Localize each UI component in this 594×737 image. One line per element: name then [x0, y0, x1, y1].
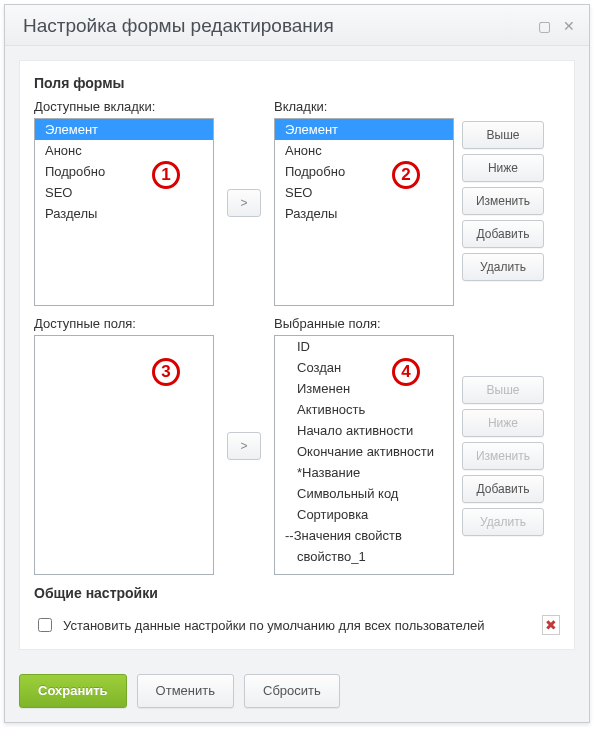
- tabs-label: Вкладки:: [274, 99, 454, 114]
- tab-down-button[interactable]: Ниже: [462, 154, 544, 182]
- titlebar: Настройка формы редактирования ▢ ✕: [5, 5, 589, 46]
- list-item[interactable]: Анонс: [275, 140, 453, 161]
- general-section: Общие настройки Установить данные настро…: [34, 585, 560, 639]
- available-tabs-list[interactable]: ЭлементАнонсПодробноSEOРазделы: [34, 118, 214, 306]
- list-item[interactable]: Анонс: [35, 140, 213, 161]
- tabs-row: Доступные вкладки: ЭлементАнонсПодробноS…: [34, 99, 560, 306]
- selected-fields-list[interactable]: IDСозданИзмененАктивностьНачало активнос…: [274, 335, 454, 575]
- available-fields-col: Доступные поля: 3: [34, 316, 214, 575]
- section-form-fields: Поля формы: [34, 75, 560, 91]
- list-item[interactable]: Элемент: [35, 119, 213, 140]
- list-item[interactable]: Символьный код: [275, 483, 453, 504]
- tabs-list[interactable]: ЭлементАнонсПодробноSEOРазделы: [274, 118, 454, 306]
- selected-fields-label: Выбранные поля:: [274, 316, 454, 331]
- tab-add-button[interactable]: Добавить: [462, 220, 544, 248]
- list-item[interactable]: Элемент: [275, 119, 453, 140]
- selected-fields-col: Выбранные поля: IDСозданИзмененАктивност…: [274, 316, 454, 575]
- tabs-arrow-col: >: [214, 99, 274, 306]
- list-item[interactable]: Изменен: [275, 378, 453, 399]
- dialog-window: Настройка формы редактирования ▢ ✕ Поля …: [4, 4, 590, 723]
- available-tabs-col: Доступные вкладки: ЭлементАнонсПодробноS…: [34, 99, 214, 306]
- list-item[interactable]: Начало активности: [275, 420, 453, 441]
- tab-edit-button[interactable]: Изменить: [462, 187, 544, 215]
- list-item[interactable]: Создан: [275, 357, 453, 378]
- list-item[interactable]: ID: [275, 336, 453, 357]
- titlebar-controls: ▢ ✕: [538, 18, 575, 34]
- available-fields-label: Доступные поля:: [34, 316, 214, 331]
- dialog-footer: Сохранить Отменить Сбросить: [5, 664, 589, 722]
- fields-arrow-col: >: [214, 316, 274, 575]
- list-item[interactable]: Сортировка: [275, 504, 453, 525]
- list-item[interactable]: *Название: [275, 462, 453, 483]
- list-item[interactable]: Активность: [275, 399, 453, 420]
- field-add-button[interactable]: Добавить: [462, 475, 544, 503]
- maximize-icon[interactable]: ▢: [538, 18, 551, 34]
- list-item[interactable]: SEO: [275, 182, 453, 203]
- tab-delete-button[interactable]: Удалить: [462, 253, 544, 281]
- field-edit-button[interactable]: Изменить: [462, 442, 544, 470]
- general-row: Установить данные настройки по умолчанию…: [34, 609, 560, 639]
- fields-buttons-col: Выше Ниже Изменить Добавить Удалить: [454, 316, 544, 575]
- dialog-title: Настройка формы редактирования: [23, 15, 334, 37]
- clear-settings-icon[interactable]: ✖: [542, 615, 560, 635]
- dialog-body: Поля формы Доступные вкладки: ЭлементАно…: [19, 60, 575, 650]
- save-button[interactable]: Сохранить: [19, 674, 127, 708]
- field-up-button[interactable]: Выше: [462, 376, 544, 404]
- field-down-button[interactable]: Ниже: [462, 409, 544, 437]
- list-item[interactable]: SEO: [35, 182, 213, 203]
- tabs-buttons-col: Выше Ниже Изменить Добавить Удалить: [454, 99, 544, 306]
- list-item[interactable]: Подробно: [35, 161, 213, 182]
- move-tab-right-button[interactable]: >: [227, 189, 261, 217]
- fields-row: Доступные поля: 3 > Выбранные поля: IDСо…: [34, 316, 560, 575]
- available-tabs-label: Доступные вкладки:: [34, 99, 214, 114]
- reset-button[interactable]: Сбросить: [244, 674, 340, 708]
- move-field-right-button[interactable]: >: [227, 432, 261, 460]
- default-for-all-label[interactable]: Установить данные настройки по умолчанию…: [63, 618, 484, 633]
- list-item[interactable]: Подробно: [275, 161, 453, 182]
- cancel-button[interactable]: Отменить: [137, 674, 234, 708]
- available-fields-list[interactable]: [34, 335, 214, 575]
- list-item[interactable]: Разделы: [275, 203, 453, 224]
- default-for-all-checkbox[interactable]: [38, 618, 52, 632]
- close-icon[interactable]: ✕: [563, 18, 575, 34]
- field-delete-button[interactable]: Удалить: [462, 508, 544, 536]
- list-item[interactable]: Окончание активности: [275, 441, 453, 462]
- tabs-col: Вкладки: ЭлементАнонсПодробноSEOРазделы …: [274, 99, 454, 306]
- tab-up-button[interactable]: Выше: [462, 121, 544, 149]
- section-general: Общие настройки: [34, 585, 560, 601]
- list-item[interactable]: --Значения свойств: [275, 525, 453, 546]
- list-item[interactable]: свойство_1: [275, 546, 453, 567]
- list-item[interactable]: Разделы: [35, 203, 213, 224]
